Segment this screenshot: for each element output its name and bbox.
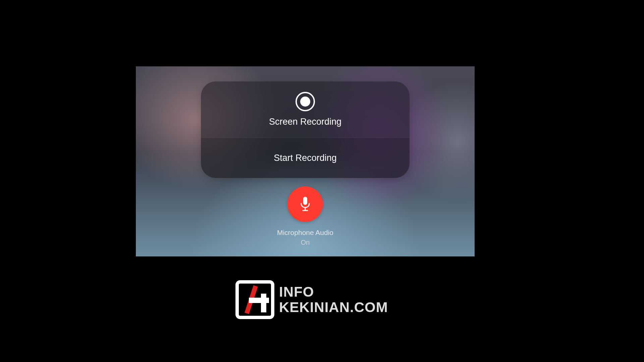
control-center-background: Screen Recording Start Recording Microph… (136, 66, 475, 256)
watermark-logo: INFO KEKINIAN.COM (235, 280, 409, 319)
card-header: Screen Recording (201, 81, 410, 138)
watermark-line1: INFO (279, 285, 388, 299)
watermark-icon (235, 280, 274, 319)
watermark-text: INFO KEKINIAN.COM (279, 285, 388, 314)
microphone-status: On (301, 239, 310, 246)
watermark-line2: KEKINIAN.COM (279, 300, 388, 314)
start-recording-button[interactable]: Start Recording (201, 138, 410, 178)
record-dot-icon (300, 97, 310, 107)
microphone-toggle-button[interactable] (287, 186, 323, 222)
microphone-section: Microphone Audio On (136, 186, 475, 246)
microphone-label: Microphone Audio (277, 229, 333, 237)
screen-recording-title: Screen Recording (269, 117, 341, 127)
screen-recording-card: Screen Recording Start Recording (201, 81, 410, 178)
record-icon (296, 92, 315, 111)
watermark-vbar-icon (261, 294, 266, 312)
start-recording-label: Start Recording (274, 153, 337, 163)
svg-rect-0 (303, 197, 307, 205)
microphone-icon (299, 196, 312, 212)
